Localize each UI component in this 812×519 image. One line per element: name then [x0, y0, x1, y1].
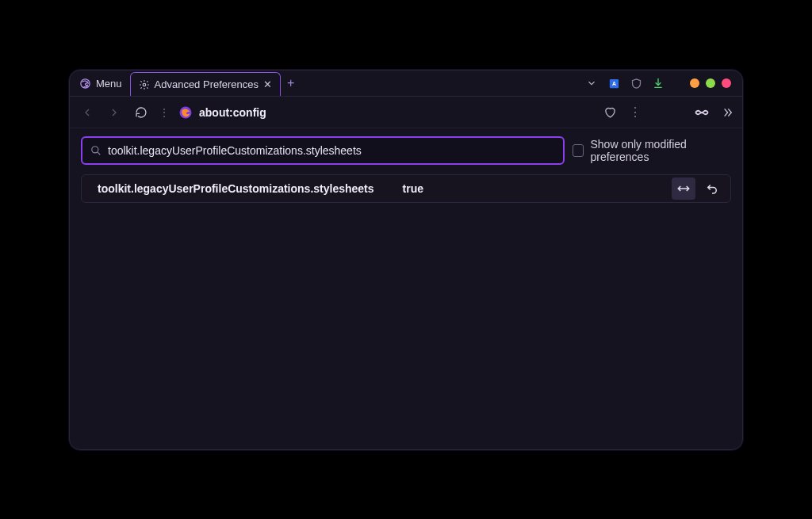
firefox-logo-icon: [178, 105, 193, 120]
preference-value: true: [403, 182, 423, 195]
toolbar-separator: ⋮: [159, 106, 170, 119]
heart-icon[interactable]: [603, 105, 617, 120]
tabstrip-right-tools: A: [585, 71, 736, 96]
gear-icon: [139, 79, 150, 90]
firefox-icon: [79, 78, 91, 90]
chevron-down-icon[interactable]: [585, 77, 598, 90]
address-bar[interactable]: about:config: [178, 105, 595, 120]
download-icon[interactable]: [652, 77, 665, 90]
checkbox-icon[interactable]: [573, 144, 584, 157]
svg-text:A: A: [612, 81, 616, 86]
preference-row: toolkit.legacyUserProfileCustomizations.…: [81, 174, 731, 203]
toolbar-right-tools: ⋮: [603, 105, 734, 120]
search-row: Show only modified preferences: [81, 136, 731, 165]
reset-button[interactable]: [700, 177, 724, 200]
search-box[interactable]: [81, 136, 565, 165]
new-tab-button[interactable]: +: [281, 71, 301, 96]
forward-button[interactable]: [105, 103, 124, 122]
kebab-icon[interactable]: ⋮: [628, 105, 642, 120]
maximize-button[interactable]: [706, 78, 715, 88]
back-button[interactable]: [78, 103, 97, 122]
search-icon: [90, 145, 102, 156]
translate-icon[interactable]: A: [607, 77, 620, 90]
search-input[interactable]: [108, 144, 555, 157]
svg-point-5: [92, 147, 98, 153]
browser-window: Menu Advanced Preferences ✕ + A: [69, 70, 743, 450]
menu-tab-label: Menu: [96, 78, 122, 90]
shield-icon[interactable]: [630, 77, 642, 90]
filter-label: Show only modified preferences: [590, 138, 731, 163]
window-controls: [690, 78, 731, 88]
toggle-button[interactable]: [672, 177, 695, 200]
nav-toolbar: ⋮ about:config ⋮: [70, 97, 742, 128]
show-modified-toggle[interactable]: Show only modified preferences: [573, 138, 731, 163]
url-text: about:config: [199, 106, 266, 119]
tab-strip: Menu Advanced Preferences ✕ + A: [70, 71, 742, 97]
minimize-button[interactable]: [690, 78, 699, 88]
reload-button[interactable]: [132, 103, 151, 122]
close-window-button[interactable]: [722, 78, 731, 88]
tab-advanced-preferences[interactable]: Advanced Preferences ✕: [130, 72, 282, 96]
close-icon[interactable]: ✕: [263, 78, 272, 90]
menu-tab[interactable]: Menu: [75, 71, 130, 96]
tab-label: Advanced Preferences: [155, 78, 259, 90]
infinity-icon[interactable]: [695, 105, 709, 120]
content-area: Show only modified preferences toolkit.l…: [70, 128, 742, 449]
preference-name: toolkit.legacyUserProfileCustomizations.…: [98, 182, 374, 195]
overflow-icon[interactable]: [720, 105, 734, 120]
svg-point-1: [143, 83, 146, 86]
